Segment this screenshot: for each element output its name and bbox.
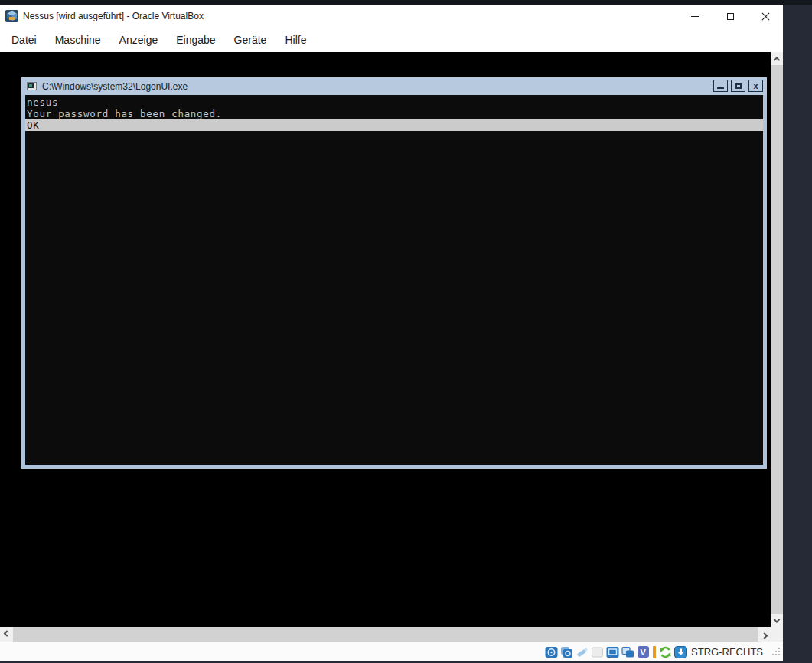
console-close-icon: x bbox=[753, 82, 758, 90]
menu-maschine[interactable]: Maschine bbox=[46, 31, 110, 49]
horizontal-scroll-thumb[interactable] bbox=[13, 627, 758, 642]
console-line: Your password has been changed. bbox=[25, 108, 763, 119]
window-title: Nessus [wird ausgeführt] - Oracle Virtua… bbox=[23, 5, 204, 28]
recording-indicator-icon[interactable] bbox=[651, 645, 657, 658]
menu-geraete[interactable]: Geräte bbox=[225, 31, 276, 49]
virtualbox-window: Nessus [wird ausgeführt] - Oracle Virtua… bbox=[0, 5, 783, 656]
console-title: C:\Windows\system32\LogonUI.exe bbox=[42, 81, 188, 92]
minimize-icon bbox=[691, 16, 699, 17]
menu-hilfe[interactable]: Hilfe bbox=[276, 31, 315, 49]
mouse-integration-icon[interactable] bbox=[658, 645, 672, 658]
virtualbox-app-icon bbox=[5, 10, 18, 22]
scrollbar-corner bbox=[771, 627, 783, 642]
optical-drive-icon[interactable] bbox=[559, 645, 573, 658]
menu-bar: Datei Maschine Anzeige Eingabe Geräte Hi… bbox=[0, 28, 783, 52]
console-minimize-button[interactable] bbox=[713, 80, 728, 92]
display-icon[interactable] bbox=[605, 645, 619, 658]
scroll-left-button[interactable] bbox=[0, 627, 13, 642]
scroll-right-button[interactable] bbox=[758, 627, 771, 642]
usb-icon[interactable] bbox=[575, 645, 589, 658]
vm-display[interactable]: C:\Windows\system32\LogonUI.exe x nesus … bbox=[0, 52, 771, 627]
window-controls bbox=[677, 5, 783, 28]
scroll-down-button[interactable] bbox=[771, 614, 783, 627]
console-minimize-icon bbox=[717, 87, 724, 89]
console-maximize-button[interactable] bbox=[731, 80, 745, 92]
resize-grip-icon[interactable] bbox=[772, 645, 781, 659]
features-icon[interactable]: V bbox=[636, 645, 650, 658]
maximize-button[interactable] bbox=[713, 5, 748, 28]
chevron-right-icon bbox=[761, 632, 767, 639]
titlebar[interactable]: Nessus [wird ausgeführt] - Oracle Virtua… bbox=[0, 5, 783, 28]
console-output[interactable]: nesus Your password has been changed. OK bbox=[21, 95, 767, 469]
chevron-down-icon bbox=[774, 616, 780, 622]
console-line: nesus bbox=[25, 96, 763, 108]
console-text: nesus Your password has been changed. OK bbox=[25, 95, 763, 131]
horizontal-scrollbar[interactable] bbox=[0, 627, 771, 642]
console-line-highlighted: OK bbox=[25, 119, 763, 131]
status-bar: V STRG-RECHTS bbox=[0, 642, 783, 661]
shared-folders-icon[interactable] bbox=[621, 645, 634, 658]
menu-datei[interactable]: Datei bbox=[2, 31, 46, 49]
scroll-up-button[interactable] bbox=[771, 52, 783, 65]
keyboard-capture-icon[interactable] bbox=[673, 645, 687, 658]
maximize-icon bbox=[727, 13, 734, 20]
console-close-button[interactable]: x bbox=[748, 80, 763, 92]
vm-viewport: C:\Windows\system32\LogonUI.exe x nesus … bbox=[0, 52, 783, 656]
menu-anzeige[interactable]: Anzeige bbox=[110, 31, 168, 49]
vertical-scrollbar[interactable] bbox=[771, 52, 783, 627]
close-icon bbox=[761, 12, 770, 21]
close-button[interactable] bbox=[748, 5, 783, 28]
chevron-up-icon bbox=[774, 57, 780, 63]
chevron-left-icon bbox=[3, 630, 9, 636]
console-app-icon bbox=[27, 82, 37, 90]
console-titlebar[interactable]: C:\Windows\system32\LogonUI.exe x bbox=[21, 77, 767, 95]
network-icon[interactable] bbox=[590, 645, 604, 658]
screen: Nessus [wird ausgeführt] - Oracle Virtua… bbox=[0, 0, 812, 663]
hard-disk-icon[interactable] bbox=[544, 645, 558, 658]
features-glyph: V bbox=[638, 646, 649, 658]
console-window[interactable]: C:\Windows\system32\LogonUI.exe x nesus … bbox=[21, 77, 767, 469]
minimize-button[interactable] bbox=[677, 5, 713, 28]
console-maximize-icon bbox=[735, 83, 742, 89]
console-window-controls: x bbox=[713, 80, 763, 92]
menu-eingabe[interactable]: Eingabe bbox=[167, 31, 224, 49]
status-icons: V bbox=[544, 645, 687, 658]
host-key-label: STRG-RECHTS bbox=[691, 646, 763, 658]
